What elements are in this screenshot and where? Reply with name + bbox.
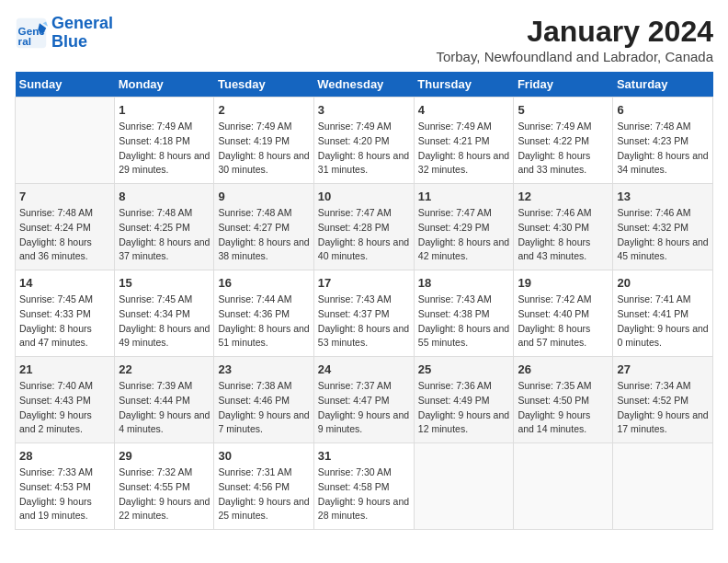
- title-area: January 2024 Torbay, Newfoundland and La…: [436, 15, 713, 64]
- calendar-cell: 3 Sunrise: 7:49 AMSunset: 4:20 PMDayligh…: [313, 98, 414, 184]
- day-info: Sunrise: 7:45 AMSunset: 4:33 PMDaylight:…: [19, 293, 93, 348]
- day-number: 3: [318, 103, 410, 117]
- day-info: Sunrise: 7:49 AMSunset: 4:20 PMDaylight:…: [318, 121, 409, 175]
- calendar-cell: 28 Sunrise: 7:33 AMSunset: 4:53 PMDaylig…: [16, 443, 115, 530]
- calendar-cell: 27 Sunrise: 7:34 AMSunset: 4:52 PMDaylig…: [613, 357, 713, 443]
- day-number: 12: [518, 190, 609, 203]
- day-number: 18: [418, 276, 510, 290]
- day-number: 28: [19, 449, 110, 463]
- calendar-cell: 12 Sunrise: 7:46 AMSunset: 4:30 PMDaylig…: [514, 184, 613, 270]
- day-number: 20: [617, 276, 709, 290]
- subtitle: Torbay, Newfoundland and Labrador, Canad…: [436, 49, 713, 64]
- day-info: Sunrise: 7:39 AMSunset: 4:44 PMDaylight:…: [119, 380, 210, 434]
- day-info: Sunrise: 7:37 AMSunset: 4:47 PMDaylight:…: [318, 380, 409, 434]
- day-info: Sunrise: 7:41 AMSunset: 4:41 PMDaylight:…: [617, 293, 708, 348]
- day-number: 15: [119, 276, 210, 290]
- calendar-cell: 2 Sunrise: 7:49 AMSunset: 4:19 PMDayligh…: [214, 98, 313, 184]
- day-number: 8: [119, 190, 210, 203]
- day-number: 13: [617, 190, 709, 203]
- logo-line2: Blue: [51, 32, 87, 51]
- day-number: 27: [617, 362, 709, 376]
- day-number: 22: [119, 362, 210, 376]
- calendar-cell: [16, 98, 115, 184]
- calendar-cell: 5 Sunrise: 7:49 AMSunset: 4:22 PMDayligh…: [514, 98, 613, 184]
- day-number: 14: [19, 276, 110, 290]
- day-info: Sunrise: 7:34 AMSunset: 4:52 PMDaylight:…: [617, 380, 708, 434]
- calendar-cell: 16 Sunrise: 7:44 AMSunset: 4:36 PMDaylig…: [214, 270, 313, 357]
- day-info: Sunrise: 7:38 AMSunset: 4:46 PMDaylight:…: [218, 380, 309, 434]
- calendar-cell: 31 Sunrise: 7:30 AMSunset: 4:58 PMDaylig…: [313, 443, 414, 530]
- calendar-cell: 21 Sunrise: 7:40 AMSunset: 4:43 PMDaylig…: [16, 357, 115, 443]
- calendar-cell: 22 Sunrise: 7:39 AMSunset: 4:44 PMDaylig…: [115, 357, 214, 443]
- calendar-week-5: 28 Sunrise: 7:33 AMSunset: 4:53 PMDaylig…: [16, 443, 713, 530]
- day-info: Sunrise: 7:49 AMSunset: 4:22 PMDaylight:…: [518, 121, 591, 175]
- header-tuesday: Tuesday: [214, 72, 313, 98]
- calendar-cell: 26 Sunrise: 7:35 AMSunset: 4:50 PMDaylig…: [514, 357, 613, 443]
- calendar-cell: 18 Sunrise: 7:43 AMSunset: 4:38 PMDaylig…: [414, 270, 514, 357]
- day-info: Sunrise: 7:46 AMSunset: 4:30 PMDaylight:…: [518, 207, 591, 261]
- header-monday: Monday: [115, 72, 214, 98]
- day-info: Sunrise: 7:33 AMSunset: 4:53 PMDaylight:…: [19, 466, 93, 521]
- calendar-cell: 11 Sunrise: 7:47 AMSunset: 4:29 PMDaylig…: [414, 184, 514, 270]
- calendar-cell: 7 Sunrise: 7:48 AMSunset: 4:24 PMDayligh…: [16, 184, 115, 270]
- day-info: Sunrise: 7:30 AMSunset: 4:58 PMDaylight:…: [318, 466, 409, 521]
- calendar-cell: 24 Sunrise: 7:37 AMSunset: 4:47 PMDaylig…: [313, 357, 414, 443]
- calendar-cell: 17 Sunrise: 7:43 AMSunset: 4:37 PMDaylig…: [313, 270, 414, 357]
- day-info: Sunrise: 7:47 AMSunset: 4:29 PMDaylight:…: [418, 207, 509, 261]
- day-number: 29: [119, 449, 210, 463]
- header-saturday: Saturday: [613, 72, 713, 98]
- day-info: Sunrise: 7:36 AMSunset: 4:49 PMDaylight:…: [418, 380, 509, 434]
- day-info: Sunrise: 7:48 AMSunset: 4:23 PMDaylight:…: [617, 121, 708, 175]
- calendar-cell: 9 Sunrise: 7:48 AMSunset: 4:27 PMDayligh…: [214, 184, 313, 270]
- day-info: Sunrise: 7:32 AMSunset: 4:55 PMDaylight:…: [119, 466, 210, 521]
- calendar-cell: 29 Sunrise: 7:32 AMSunset: 4:55 PMDaylig…: [115, 443, 214, 530]
- calendar-cell: 25 Sunrise: 7:36 AMSunset: 4:49 PMDaylig…: [414, 357, 514, 443]
- calendar-week-4: 21 Sunrise: 7:40 AMSunset: 4:43 PMDaylig…: [16, 357, 713, 443]
- day-info: Sunrise: 7:49 AMSunset: 4:21 PMDaylight:…: [418, 121, 509, 175]
- calendar-cell: 30 Sunrise: 7:31 AMSunset: 4:56 PMDaylig…: [214, 443, 313, 530]
- calendar-header: Sunday Monday Tuesday Wednesday Thursday…: [16, 72, 713, 98]
- day-number: 9: [218, 190, 309, 203]
- calendar-cell: 19 Sunrise: 7:42 AMSunset: 4:40 PMDaylig…: [514, 270, 613, 357]
- day-number: 30: [218, 449, 309, 463]
- calendar-cell: 10 Sunrise: 7:47 AMSunset: 4:28 PMDaylig…: [313, 184, 414, 270]
- day-info: Sunrise: 7:45 AMSunset: 4:34 PMDaylight:…: [119, 293, 210, 348]
- day-info: Sunrise: 7:47 AMSunset: 4:28 PMDaylight:…: [318, 207, 409, 261]
- day-info: Sunrise: 7:48 AMSunset: 4:25 PMDaylight:…: [119, 207, 210, 261]
- header-area: Gene ral General Blue January 2024 Torba…: [15, 15, 713, 64]
- day-number: 31: [318, 449, 410, 463]
- day-number: 2: [218, 103, 309, 117]
- calendar-cell: [613, 443, 713, 530]
- calendar-body: 1 Sunrise: 7:49 AMSunset: 4:18 PMDayligh…: [16, 98, 713, 530]
- day-number: 17: [318, 276, 410, 290]
- day-info: Sunrise: 7:48 AMSunset: 4:27 PMDaylight:…: [218, 207, 309, 261]
- day-info: Sunrise: 7:44 AMSunset: 4:36 PMDaylight:…: [218, 293, 309, 348]
- day-info: Sunrise: 7:49 AMSunset: 4:18 PMDaylight:…: [119, 121, 210, 175]
- calendar-cell: 20 Sunrise: 7:41 AMSunset: 4:41 PMDaylig…: [613, 270, 713, 357]
- day-number: 16: [218, 276, 309, 290]
- calendar-week-2: 7 Sunrise: 7:48 AMSunset: 4:24 PMDayligh…: [16, 184, 713, 270]
- header-wednesday: Wednesday: [313, 72, 414, 98]
- day-info: Sunrise: 7:42 AMSunset: 4:40 PMDaylight:…: [518, 293, 591, 348]
- calendar-week-3: 14 Sunrise: 7:45 AMSunset: 4:33 PMDaylig…: [16, 270, 713, 357]
- day-info: Sunrise: 7:43 AMSunset: 4:37 PMDaylight:…: [318, 293, 409, 348]
- calendar-cell: 1 Sunrise: 7:49 AMSunset: 4:18 PMDayligh…: [115, 98, 214, 184]
- day-number: 23: [218, 362, 309, 376]
- day-info: Sunrise: 7:49 AMSunset: 4:19 PMDaylight:…: [218, 121, 309, 175]
- day-info: Sunrise: 7:48 AMSunset: 4:24 PMDaylight:…: [19, 207, 93, 261]
- calendar-cell: 23 Sunrise: 7:38 AMSunset: 4:46 PMDaylig…: [214, 357, 313, 443]
- header-friday: Friday: [514, 72, 613, 98]
- calendar-cell: [414, 443, 514, 530]
- calendar-cell: [514, 443, 613, 530]
- logo: Gene ral General Blue: [15, 15, 113, 52]
- day-number: 26: [518, 362, 609, 376]
- day-number: 11: [418, 190, 510, 203]
- day-number: 5: [518, 103, 609, 117]
- calendar-cell: 4 Sunrise: 7:49 AMSunset: 4:21 PMDayligh…: [414, 98, 514, 184]
- calendar-cell: 13 Sunrise: 7:46 AMSunset: 4:32 PMDaylig…: [613, 184, 713, 270]
- day-number: 21: [19, 362, 110, 376]
- calendar-cell: 6 Sunrise: 7:48 AMSunset: 4:23 PMDayligh…: [613, 98, 713, 184]
- day-info: Sunrise: 7:35 AMSunset: 4:50 PMDaylight:…: [518, 380, 591, 434]
- main-title: January 2024: [436, 15, 713, 49]
- svg-text:ral: ral: [18, 34, 31, 46]
